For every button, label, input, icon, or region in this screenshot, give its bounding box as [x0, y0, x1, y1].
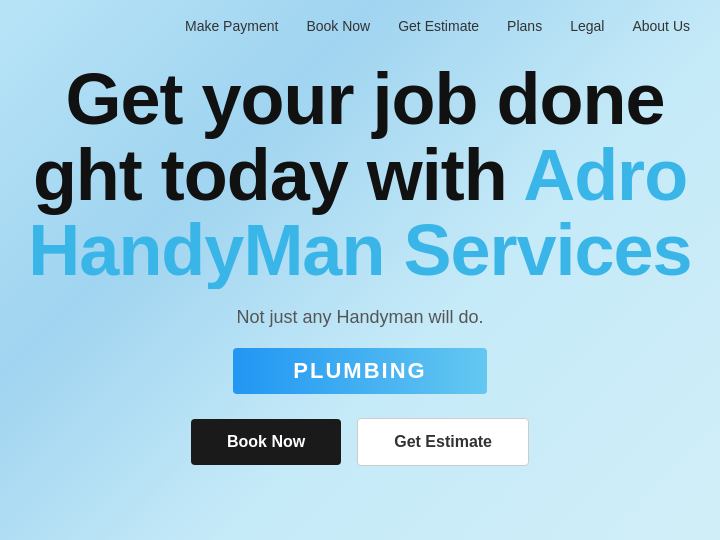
get-estimate-button[interactable]: Get Estimate [357, 418, 529, 466]
headline-line3: HandyMan Services [0, 213, 720, 289]
nav-book-now[interactable]: Book Now [306, 18, 370, 34]
headline-line2-accent: Adro [523, 135, 687, 215]
headline-line2-prefix: ght today with [33, 135, 523, 215]
nav-plans[interactable]: Plans [507, 18, 542, 34]
nav-make-payment[interactable]: Make Payment [185, 18, 278, 34]
nav-legal[interactable]: Legal [570, 18, 604, 34]
hero-section: Get your job done ght today with Adro Ha… [0, 52, 720, 466]
main-nav: Make Payment Book Now Get Estimate Plans… [0, 0, 720, 52]
headline-container: Get your job done ght today with Adro Ha… [0, 62, 720, 289]
service-badge: PLUMBING [233, 348, 486, 394]
headline-line2: ght today with Adro [0, 138, 720, 214]
nav-about-us[interactable]: About Us [632, 18, 690, 34]
cta-buttons: Book Now Get Estimate [191, 418, 529, 466]
book-now-button[interactable]: Book Now [191, 419, 341, 465]
hero-subtext: Not just any Handyman will do. [236, 307, 483, 328]
nav-get-estimate[interactable]: Get Estimate [398, 18, 479, 34]
headline-line1: Get your job done [0, 62, 720, 138]
